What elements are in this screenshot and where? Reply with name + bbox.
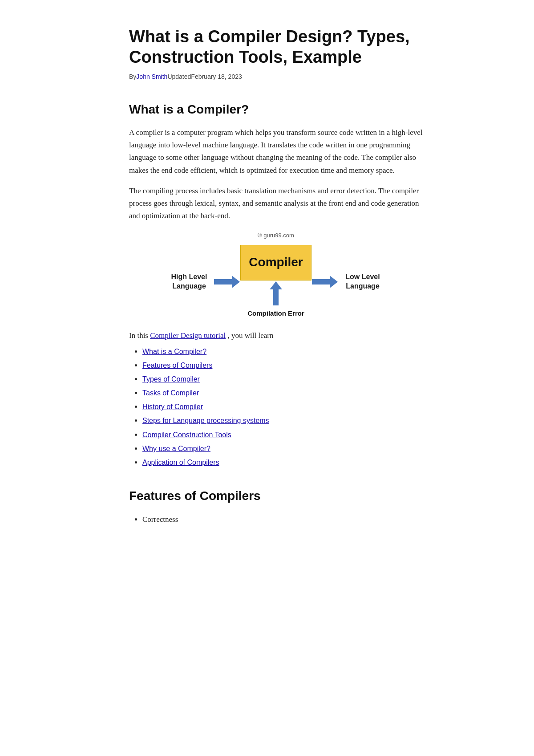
diagram-right-label: Low Level Language bbox=[338, 272, 387, 291]
toc-item-1: Features of Compilers bbox=[142, 359, 423, 371]
page-container: What is a Compiler Design? Types, Constr… bbox=[93, 0, 441, 561]
toc-link-4[interactable]: History of Compiler bbox=[142, 403, 203, 411]
article-title: What is a Compiler Design? Types, Constr… bbox=[129, 27, 423, 67]
toc-link-3[interactable]: Tasks of Compiler bbox=[142, 389, 199, 397]
toc-item-8: Application of Compilers bbox=[142, 456, 423, 468]
diagram-credit: © guru99.com bbox=[258, 231, 294, 240]
toc-item-2: Types of Compiler bbox=[142, 373, 423, 385]
paragraph-2: The compiling process includes basic tra… bbox=[129, 185, 423, 222]
features-heading: Features of Compilers bbox=[129, 486, 423, 506]
toc-intro-paragraph: In this Compiler Design tutorial , you w… bbox=[129, 329, 423, 342]
arrow-right-2 bbox=[312, 275, 338, 289]
arrow-head-1 bbox=[232, 276, 240, 288]
diagram-left-label: High Level Language bbox=[165, 272, 214, 291]
toc-item-0: What is a Compiler? bbox=[142, 345, 423, 358]
toc-link-6[interactable]: Compiler Construction Tools bbox=[142, 431, 231, 439]
toc-intro-suffix: , you will learn bbox=[227, 331, 273, 340]
feature-item-0: Correctness bbox=[142, 513, 423, 525]
compiler-design-tutorial-link[interactable]: Compiler Design tutorial bbox=[150, 331, 226, 340]
updated-label: Updated bbox=[167, 73, 191, 80]
arrow-right-1 bbox=[214, 275, 240, 289]
toc-link-1[interactable]: Features of Compilers bbox=[142, 362, 212, 369]
by-label: By bbox=[129, 73, 136, 80]
arrow-shape-2 bbox=[312, 276, 338, 288]
compilation-error-label: Compilation Error bbox=[247, 308, 304, 319]
article-date: February 18, 2023 bbox=[191, 73, 242, 80]
feature-list: Correctness bbox=[129, 513, 423, 525]
arrow-up-head bbox=[270, 281, 282, 289]
toc-link-5[interactable]: Steps for Language processing systems bbox=[142, 417, 269, 424]
diagram-main-row: High Level Language Compiler bbox=[165, 245, 387, 319]
toc-link-8[interactable]: Application of Compilers bbox=[142, 459, 219, 466]
author-link[interactable]: John Smith bbox=[136, 73, 167, 80]
compiler-box-text: Compiler bbox=[249, 252, 303, 272]
compiler-diagram: © guru99.com High Level Language bbox=[129, 231, 423, 319]
arrow-shape-1 bbox=[214, 276, 240, 288]
arrow-up-container bbox=[270, 281, 282, 305]
compiler-box-wrapper: Compiler Compilation Error bbox=[240, 245, 312, 319]
section-heading-compiler: What is a Compiler? bbox=[129, 100, 423, 120]
arrow-body-2 bbox=[312, 279, 330, 285]
toc-intro-text: In this bbox=[129, 331, 148, 340]
toc-item-5: Steps for Language processing systems bbox=[142, 415, 423, 427]
compiler-box: Compiler bbox=[240, 245, 312, 280]
arrow-head-2 bbox=[330, 276, 338, 288]
toc-list: What is a Compiler? Features of Compiler… bbox=[129, 345, 423, 469]
arrow-body-1 bbox=[214, 279, 232, 285]
paragraph-1: A compiler is a computer program which h… bbox=[129, 126, 423, 176]
article-meta: ByJohn SmithUpdatedFebruary 18, 2023 bbox=[129, 72, 423, 81]
toc-item-7: Why use a Compiler? bbox=[142, 443, 423, 455]
toc-item-6: Compiler Construction Tools bbox=[142, 429, 423, 441]
toc-link-2[interactable]: Types of Compiler bbox=[142, 375, 200, 383]
toc-link-0[interactable]: What is a Compiler? bbox=[142, 348, 206, 355]
arrow-up-body bbox=[273, 289, 279, 305]
toc-item-4: History of Compiler bbox=[142, 401, 423, 413]
diagram-row-wrapper: High Level Language Compiler bbox=[165, 245, 387, 319]
toc-link-7[interactable]: Why use a Compiler? bbox=[142, 445, 210, 452]
toc-item-3: Tasks of Compiler bbox=[142, 387, 423, 399]
